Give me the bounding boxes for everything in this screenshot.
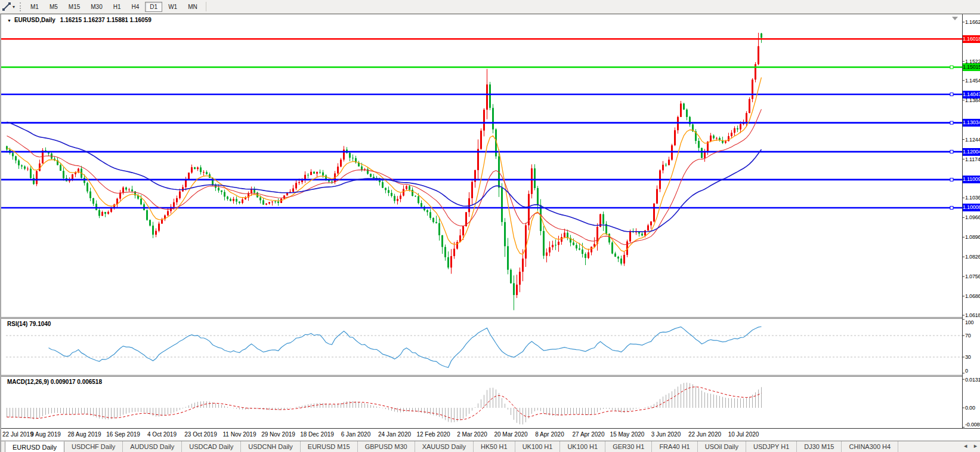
chart-tab-bar: EURUSD DailyUSDCHF DailyAUDUSD DailyUSDC… (1, 441, 980, 452)
time-axis-label: 10 Jul 2020 (725, 431, 763, 438)
axis-tick-label: 1.08960 (965, 234, 980, 240)
axis-tick-label: 1.09660 (965, 214, 980, 220)
top-toolbar: ▾ M1M5M15M30H1H4D1W1MN (0, 0, 980, 14)
chart-tab-fra40-h1[interactable]: FRA40 H1 (652, 441, 697, 452)
chart-tab-usoil-daily[interactable]: USOil Daily (698, 441, 746, 452)
chart-tab-usdjpy-h1[interactable]: USDJPY H1 (746, 441, 797, 452)
timeframe-button-m15[interactable]: M15 (64, 2, 85, 12)
time-axis-label: 24 Jan 2020 (376, 431, 414, 438)
hline-price-badge[interactable]: 1.15015 (963, 63, 980, 71)
axis-tick-label: 1.14540 (965, 78, 980, 84)
chart-tab-uk100-h1[interactable]: UK100 H1 (560, 441, 605, 452)
toolbar-drag-handle[interactable] (20, 2, 21, 11)
axis-tick-label: 1.06860 (965, 293, 980, 299)
axis-tick-label: 1.10360 (965, 195, 980, 201)
chart-tab-usdchf-daily[interactable]: USDCHF Daily (64, 441, 123, 452)
axis-tick-label: 1.12440 (965, 137, 980, 143)
axis-tick-label: 1.06180 (965, 312, 980, 318)
timeframe-button-mn[interactable]: MN (183, 2, 202, 12)
timeframe-button-w1[interactable]: W1 (163, 2, 182, 12)
timeframe-button-m5[interactable]: M5 (45, 2, 63, 12)
time-axis-label: 3 Jun 2020 (647, 431, 685, 438)
line-studies-dropdown-caret[interactable]: ▾ (13, 4, 15, 10)
hline-price-badge[interactable]: 1.12004 (963, 148, 980, 156)
chart-collapse-icon[interactable]: ▼ (7, 19, 11, 23)
chart-tab-dj30-m15[interactable]: DJ30 M15 (797, 441, 842, 452)
time-axis-label: 23 Oct 2019 (182, 431, 220, 438)
chart-window: ▼EURUSD,Daily1.16215 1.16237 1.15881 1.1… (0, 14, 980, 452)
time-axis-label: 22 Jun 2020 (686, 431, 724, 438)
time-axis-label: 28 Aug 2019 (66, 431, 104, 438)
horizontal-line-objects[interactable] (1, 39, 962, 209)
time-axis[interactable]: 22 Jul 20199 Aug 201928 Aug 201916 Sep 2… (1, 429, 980, 440)
time-axis-label: 2 Mar 2020 (453, 431, 491, 438)
hline-price-badge[interactable]: 1.13034 (963, 119, 980, 127)
axis-tick-label: 1.16620 (965, 19, 980, 25)
time-axis-label: 15 May 2020 (608, 431, 647, 438)
moving-average-55 (7, 122, 762, 232)
axis-tick-label: 100 (965, 319, 973, 325)
time-axis-label: 11 Nov 2019 (221, 431, 259, 438)
time-axis-label: 20 Mar 2020 (492, 431, 530, 438)
timeframe-button-m30[interactable]: M30 (86, 2, 107, 12)
hline-price-badge[interactable]: 1.14047 (963, 91, 980, 99)
axis-tick-label: 30 (965, 354, 971, 360)
axis-tick-label: 0.013121 (965, 377, 980, 383)
timeframe-button-h4[interactable]: H4 (127, 2, 144, 12)
chart-tab-audusd-daily[interactable]: AUDUSD Daily (123, 441, 182, 452)
chart-tab-hk50-h1[interactable]: HK50 H1 (474, 441, 515, 452)
axis-tick-label: 1.11740 (965, 156, 980, 162)
chart-shift-marker[interactable] (952, 17, 958, 20)
chart-title: ▼EURUSD,Daily1.16215 1.16237 1.15881 1.1… (7, 17, 152, 23)
hline-price-badge[interactable]: 1.10008 (963, 204, 980, 211)
axis-tick-label: 0 (965, 368, 968, 374)
chart-tab-bar-tabs: EURUSD DailyUSDCHF DailyAUDUSD DailyUSDC… (5, 441, 898, 452)
time-axis-label: 6 Jan 2020 (337, 431, 375, 438)
time-axis-label: 29 Nov 2019 (259, 431, 298, 438)
chart-tab-usdcad-daily[interactable]: USDCAD Daily (182, 441, 241, 452)
price-axis[interactable]: 1.166201.152201.145401.138401.124401.117… (962, 14, 980, 440)
tab-scroll-left-icon[interactable]: ◄ (963, 443, 968, 449)
rsi-indicator-label: RSI(14) 79.1040 (7, 321, 51, 327)
chart-tab-usdcnh-daily[interactable]: USDCNH Daily (241, 441, 301, 452)
chart-canvas[interactable] (1, 14, 980, 440)
timeframe-button-h1[interactable]: H1 (109, 2, 126, 12)
axis-tick-label: 1.08260 (965, 254, 980, 260)
time-axis-label: 9 Aug 2019 (27, 431, 65, 438)
time-axis-label: 4 Oct 2019 (143, 431, 181, 438)
time-axis-label: 16 Sep 2019 (104, 431, 143, 438)
chart-tab-eurusd-daily[interactable]: EURUSD Daily (5, 441, 64, 452)
toolbar-separator (206, 2, 206, 11)
time-axis-label: 27 Apr 2020 (570, 431, 608, 438)
timeframe-button-d1[interactable]: D1 (145, 2, 162, 12)
time-axis-label: 18 Dec 2019 (298, 431, 336, 438)
timeframe-toolbar-buttons: M1M5M15M30H1H4D1W1MN (25, 2, 203, 12)
chart-ohlc-quote: 1.16215 1.16237 1.15881 1.16059 (60, 17, 152, 23)
chart-tab-china300-h4[interactable]: CHINA300 H4 (842, 441, 898, 452)
timeframe-button-m1[interactable]: M1 (26, 2, 44, 12)
rsi-line (49, 327, 762, 368)
axis-tick-label: 0.00 (965, 405, 975, 411)
macd-indicator-label: MACD(12,26,9) 0.009017 0.006518 (7, 379, 102, 385)
chart-tab-ger30-h1[interactable]: GER30 H1 (605, 441, 652, 452)
hline-price-badge[interactable]: 1.11009 (963, 176, 980, 183)
tab-scroll-arrows: ◄ ► (963, 443, 978, 449)
chart-tab-gbpusd-m30[interactable]: GBPUSD M30 (358, 441, 415, 452)
chart-tab-xauusd-daily[interactable]: XAUUSD Daily (415, 441, 474, 452)
hline-price-badge[interactable]: 1.16018 (963, 35, 980, 43)
candlestick-series (6, 33, 762, 310)
chart-tab-eurusd-m15[interactable]: EURUSD M15 (301, 441, 358, 452)
tab-scroll-right-icon[interactable]: ► (973, 443, 978, 449)
line-studies-icon[interactable] (1, 2, 12, 11)
chart-tab-uk100-h1[interactable]: UK100 H1 (515, 441, 561, 452)
time-axis-label: 8 Apr 2020 (531, 431, 569, 438)
chart-symbol-period: EURUSD,Daily (14, 17, 55, 23)
time-axis-label: 12 Feb 2020 (415, 431, 453, 438)
macd-histogram (7, 383, 762, 425)
axis-tick-label: 1.07560 (965, 273, 980, 279)
axis-tick-label: -0.008933 (965, 422, 980, 428)
axis-tick-label: 70 (965, 333, 971, 339)
